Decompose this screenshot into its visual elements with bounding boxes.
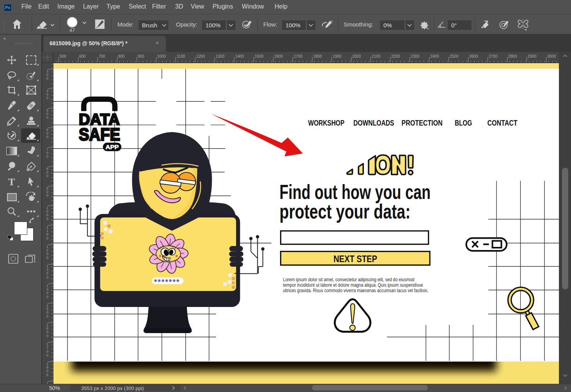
svg-text:APP: APP [106,144,119,150]
svg-text:protect your data:: protect your data: [280,200,411,223]
svg-text:CONTACT: CONTACT [488,119,518,127]
svg-text:Lorem ipsum dolor sit amet, co: Lorem ipsum dolor sit amet, consectetur … [283,277,415,282]
svg-text:tempor incididunt ut labore et: tempor incididunt ut labore et dolore ma… [283,282,423,288]
svg-text:BLOG: BLOG [455,119,472,127]
svg-text:WORKSHOP: WORKSHOP [308,119,344,127]
svg-text:ultrices gravida. Risus commod: ultrices gravida. Risus commodo viverra … [283,288,429,293]
svg-text:SAFE: SAFE [79,125,120,144]
svg-text:NEXT STEP: NEXT STEP [333,254,377,264]
svg-text:DOWNLOADS: DOWNLOADS [353,119,394,127]
svg-text:47: 47 [69,27,75,33]
svg-text:PROTECTION: PROTECTION [402,119,443,127]
